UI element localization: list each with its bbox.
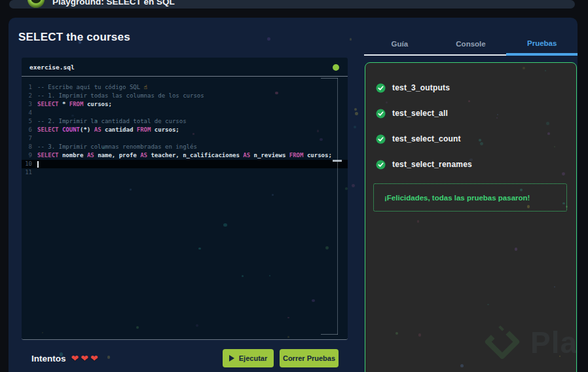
editor-scrollbar-bottom-tick xyxy=(321,334,338,335)
heart-icon: ❤ xyxy=(81,353,88,363)
code-segment: AS xyxy=(140,151,147,160)
code-line[interactable]: 9SELECT nombre AS name, profe AS teacher… xyxy=(22,151,348,160)
test-name: test_select_renames xyxy=(392,160,472,169)
tab-console[interactable]: Console xyxy=(435,33,507,56)
tab-console-label: Console xyxy=(456,40,485,48)
line-number: 5 xyxy=(22,117,37,126)
test-list: test_3_outputstest_select_alltest_select… xyxy=(365,63,576,170)
code-segment: cantidad xyxy=(101,126,137,134)
platzi-watermark-text: Platzi xyxy=(530,325,577,360)
test-name: test_select_count xyxy=(392,134,461,143)
test-name: test_3_outputs xyxy=(392,83,450,92)
code-line[interactable]: 8-- 3. Imprimir columnas renombradas en … xyxy=(22,143,348,151)
text-cursor xyxy=(37,161,39,168)
check-circle-icon xyxy=(376,109,386,119)
check-circle-icon xyxy=(376,83,386,93)
run-button-label: Ejecutar xyxy=(239,354,267,362)
line-number: 3 xyxy=(22,100,37,109)
code-segment: * xyxy=(59,100,69,109)
run-tests-button-label: Correr Pruebas xyxy=(283,354,335,362)
confetti-dot xyxy=(355,112,358,115)
code-segment: FROM xyxy=(289,151,304,160)
line-number: 10 xyxy=(22,160,37,168)
success-message-box: ¡Felicidades, todas las pruebas pasaron! xyxy=(373,183,567,212)
line-number: 6 xyxy=(22,126,37,134)
tests-panel: test_3_outputstest_select_alltest_select… xyxy=(365,62,577,372)
run-button[interactable]: Ejecutar xyxy=(223,349,274,367)
line-number: 1 xyxy=(22,83,37,92)
code-line[interactable]: 5-- 2. Imprimir la cantidad total de cur… xyxy=(22,117,348,126)
tab-guia-label: Guía xyxy=(392,40,409,48)
test-name: test_select_all xyxy=(392,109,448,118)
line-number: 2 xyxy=(22,92,37,100)
platzi-logo-icon xyxy=(483,324,521,362)
platzi-playground-logo-icon xyxy=(28,0,45,8)
code-segment: SELECT xyxy=(37,100,59,109)
success-message: ¡Felicidades, todas las pruebas pasaron! xyxy=(384,194,530,202)
heart-icon: ❤ xyxy=(71,353,79,363)
code-segment: AS xyxy=(87,151,94,160)
right-tab-bar: Guía Console Pruebas xyxy=(364,33,578,56)
check-circle-icon xyxy=(376,160,386,170)
code-segment: -- 3. Imprimir columnas renombradas en i… xyxy=(37,143,197,151)
play-icon xyxy=(229,355,234,362)
main-panel: SELECT the courses exercise.sql 1-- Escr… xyxy=(9,18,578,372)
editor-active-line-mark xyxy=(333,160,342,162)
code-line[interactable]: 1-- Escribe aquí tu código SQL ☝ xyxy=(22,83,348,92)
test-result-row: test_select_all xyxy=(376,108,566,119)
line-number: 8 xyxy=(22,143,37,151)
code-line[interactable]: 10 xyxy=(22,160,348,168)
code-segment: name, profe xyxy=(94,151,140,160)
top-bar: Playground: SELECT en SQL xyxy=(9,0,575,9)
confetti-dot xyxy=(354,108,358,111)
code-segment: cursos; xyxy=(303,151,331,160)
editor-scrollbar[interactable] xyxy=(337,78,338,335)
confetti-dot xyxy=(267,37,270,41)
check-circle-icon xyxy=(376,134,386,144)
code-segment: SELECT xyxy=(37,151,59,160)
line-number: 4 xyxy=(22,109,37,117)
test-result-row: test_select_renames xyxy=(376,159,566,170)
test-result-row: test_3_outputs xyxy=(376,83,566,93)
code-segment: -- 1. Imprimir todas las columnas de los… xyxy=(37,92,204,100)
code-line[interactable]: 2-- 1. Imprimir todas las columnas de lo… xyxy=(22,92,348,100)
editor-status-dot-icon xyxy=(333,64,339,71)
confetti-dot xyxy=(352,184,355,187)
run-tests-button[interactable]: Correr Pruebas xyxy=(280,349,339,367)
confetti-dot xyxy=(350,38,352,40)
tab-pruebas-label: Pruebas xyxy=(527,39,557,47)
tab-guia[interactable]: Guía xyxy=(364,33,435,56)
code-segment: AS xyxy=(94,126,101,134)
code-line[interactable]: 7 xyxy=(22,134,348,143)
code-line[interactable]: 4 xyxy=(22,109,348,117)
code-segment: cursos; xyxy=(151,126,179,134)
code-line[interactable]: 6SELECT COUNT(*) AS cantidad FROM cursos… xyxy=(22,126,348,134)
code-line[interactable]: 11 xyxy=(22,168,348,177)
editor-scrollbar-top-tick xyxy=(321,78,338,79)
platzi-watermark: Platzi xyxy=(483,324,577,362)
heart-icon: ❤ xyxy=(90,353,98,363)
tab-pruebas[interactable]: Pruebas xyxy=(506,33,578,56)
code-segment: -- Escribe aquí tu código SQL xyxy=(37,83,144,92)
line-number: 9 xyxy=(22,151,37,160)
page-title: Playground: SELECT en SQL xyxy=(52,0,175,7)
code-segment: -- 2. Imprimir la cantidad total de curs… xyxy=(37,117,187,126)
code-segment: FROM xyxy=(69,100,84,109)
code-line[interactable]: 3SELECT * FROM cursos; xyxy=(22,100,348,109)
attempts-row: Intentos ❤❤❤ xyxy=(31,352,100,364)
code-segment: ☝ xyxy=(144,83,147,92)
code-editor: exercise.sql 1-- Escribe aquí tu código … xyxy=(22,58,348,340)
line-number: 7 xyxy=(22,134,37,143)
code-segment: n_reviews xyxy=(250,151,289,160)
code-segment: nombre xyxy=(59,151,87,160)
test-result-row: test_select_count xyxy=(376,134,566,144)
exercise-title: SELECT the courses xyxy=(18,31,130,44)
editor-file-tab[interactable]: exercise.sql xyxy=(29,64,75,71)
editor-header: exercise.sql xyxy=(22,58,348,77)
code-segment: SELECT xyxy=(37,126,59,134)
code-segment: cursos; xyxy=(83,100,111,109)
code-segment: teacher, n_calificaciones xyxy=(147,151,243,160)
confetti-dot xyxy=(354,126,356,128)
code-area[interactable]: 1-- Escribe aquí tu código SQL ☝2-- 1. I… xyxy=(22,77,348,339)
code-segment: COUNT xyxy=(62,126,80,134)
